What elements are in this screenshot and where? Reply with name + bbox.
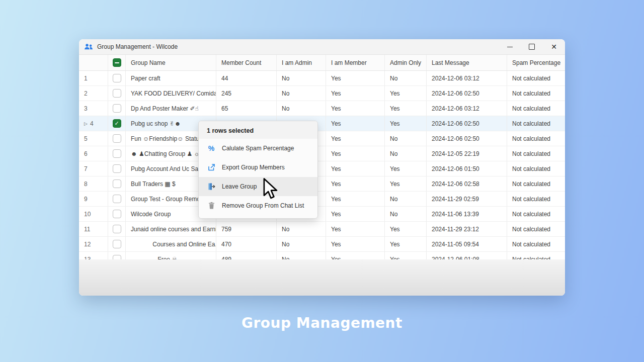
cell-i-am-member: Yes <box>326 101 385 116</box>
header-rownum <box>79 55 108 70</box>
cell-i-am-member: Yes <box>326 161 385 176</box>
table-row[interactable]: ▷4✓Pubg uc shop ✌☻107NoYesYes2024-12-06 … <box>79 116 565 131</box>
cell-i-am-member: Yes <box>326 176 385 191</box>
cell-last-message: 2024-12-06 03:12 <box>427 101 507 116</box>
header-i-am-member[interactable]: I am Member <box>326 55 385 70</box>
cell-last-message: 2024-12-06 02:58 <box>427 176 507 191</box>
row-checkbox[interactable] <box>113 89 121 98</box>
titlebar[interactable]: Group Management - Wilcode ✕ <box>79 39 565 55</box>
cell-admin-only: No <box>385 71 427 85</box>
table-row[interactable]: 10Wilcode GroupYesNo2024-11-06 13:39Not … <box>79 207 565 222</box>
menu-item-export-members[interactable]: Export Group Members <box>199 158 317 177</box>
table-row[interactable]: 1Paper craft44NoYesNo2024-12-06 03:12Not… <box>79 71 565 86</box>
header-last-message[interactable]: Last Message <box>427 55 507 70</box>
cell-admin-only: Yes <box>385 161 427 176</box>
cell-last-message: 2024-11-05 09:54 <box>427 237 507 251</box>
close-button[interactable]: ✕ <box>543 39 565 54</box>
row-checkbox[interactable] <box>113 210 121 218</box>
group-people-icon <box>84 43 93 50</box>
context-menu-header: 1 rows selected <box>199 121 317 139</box>
cell-i-am-admin: No <box>277 237 326 251</box>
table-row[interactable]: 5Fun ☺Friendship☺ Status ☹YesNo2024-12-0… <box>79 131 565 146</box>
cell-last-message: 2024-11-29 23:12 <box>427 222 507 236</box>
table-row[interactable]: 2YAK FOOD DELIVERY/ Comida ja...245NoYes… <box>79 86 565 101</box>
cell-group-name: Courses and Online Ea... <box>126 237 216 251</box>
table-row[interactable]: 8Bull Traders ▦ $YesYes2024-12-06 02:58N… <box>79 176 565 192</box>
window-title: Group Management - Wilcode <box>97 43 178 50</box>
cell-i-am-member: Yes <box>326 146 385 161</box>
cell-last-message: 2024-12-06 02:50 <box>427 131 507 146</box>
header-admin-only[interactable]: Admin Only <box>385 55 427 70</box>
menu-item-label: Calulate Spam Percentage <box>222 145 294 152</box>
cell-member-count: 65 <box>216 101 277 116</box>
cell-group-name: Paper craft <box>126 71 216 85</box>
table-row[interactable]: 7Pubg Account And Uc SalerYesYes2024-12-… <box>79 161 565 176</box>
cell-last-message: 2024-11-06 13:39 <box>427 207 507 221</box>
cell-last-message: 2024-12-06 03:12 <box>427 71 507 85</box>
row-checkbox[interactable] <box>113 195 121 203</box>
row-checkbox[interactable]: ✓ <box>113 119 121 128</box>
cell-spam-percentage: Not calculated <box>507 71 565 85</box>
row-checkbox[interactable] <box>113 74 121 82</box>
cell-admin-only: No <box>385 146 427 161</box>
row-checkbox[interactable] <box>113 134 121 143</box>
cell-i-am-member: Yes <box>326 131 385 146</box>
context-menu: 1 rows selected % Calulate Spam Percenta… <box>198 121 318 219</box>
row-checkbox-cell <box>108 71 126 85</box>
cell-member-count: 245 <box>216 86 277 101</box>
table-row[interactable]: 12 Courses and Online Ea...470NoYesYes20… <box>79 237 565 252</box>
row-checkbox-cell <box>108 222 126 236</box>
row-checkbox[interactable] <box>113 104 121 113</box>
row-number-cell: 7 <box>79 161 108 176</box>
cell-spam-percentage: Not calculated <box>507 161 565 176</box>
cell-i-am-member: Yes <box>326 222 385 236</box>
menu-item-remove-group[interactable]: Remove Group From Chat List <box>199 196 317 215</box>
row-checkbox-cell <box>108 161 126 176</box>
menu-item-leave-group[interactable]: Leave Group <box>199 177 317 196</box>
row-checkbox[interactable] <box>113 149 121 158</box>
table-row[interactable]: 9Group Test - Group RemoverYesNo2024-11-… <box>79 192 565 207</box>
cell-admin-only: Yes <box>385 116 427 131</box>
header-i-am-admin[interactable]: I am Admin <box>277 55 326 70</box>
cell-admin-only: Yes <box>385 176 427 191</box>
window-controls: ✕ <box>499 39 565 54</box>
cell-admin-only: Yes <box>385 222 427 236</box>
cell-i-am-member: Yes <box>326 192 385 206</box>
cell-i-am-admin: No <box>277 222 326 236</box>
cell-last-message: 2024-12-06 02:50 <box>427 86 507 101</box>
row-checkbox[interactable] <box>113 164 121 173</box>
row-number-cell: ▷4 <box>79 116 108 131</box>
cell-i-am-member: Yes <box>326 207 385 221</box>
row-checkbox-cell <box>108 131 126 146</box>
row-checkbox[interactable] <box>113 179 121 188</box>
header-member-count[interactable]: Member Count <box>216 55 277 70</box>
select-all-checkbox[interactable] <box>113 58 121 67</box>
minimize-button[interactable] <box>499 39 521 54</box>
row-checkbox[interactable] <box>113 240 121 248</box>
app-window: Group Management - Wilcode ✕ Group Name … <box>79 39 565 296</box>
cell-group-name: Junaid online courses and Earni... <box>126 222 216 236</box>
maximize-button[interactable] <box>521 39 543 54</box>
menu-item-label: Remove Group From Chat List <box>222 202 304 209</box>
table-row[interactable]: 6☻ ♟Chatting Group ♟ ☼ ☻YesNo2024-12-05 … <box>79 146 565 161</box>
export-icon <box>207 163 216 172</box>
cell-i-am-member: Yes <box>326 116 385 131</box>
cell-i-am-member: Yes <box>326 237 385 251</box>
header-spam-percentage[interactable]: Spam Percentage <box>507 55 565 70</box>
row-number-cell: 10 <box>79 207 108 221</box>
row-checkbox[interactable] <box>113 225 121 233</box>
row-number-cell: 1 <box>79 71 108 85</box>
cell-i-am-member: Yes <box>326 71 385 85</box>
menu-item-calculate-spam[interactable]: % Calulate Spam Percentage <box>199 139 317 158</box>
table-row[interactable]: 11Junaid online courses and Earni...759N… <box>79 222 565 237</box>
minimize-icon <box>507 47 513 47</box>
menu-item-label: Export Group Members <box>222 164 285 171</box>
row-number-cell: 8 <box>79 176 108 191</box>
cell-admin-only: No <box>385 207 427 221</box>
table-row[interactable]: 3Dp And Poster Maker ✐☝65NoYesYes2024-12… <box>79 101 565 116</box>
maximize-icon <box>529 44 535 50</box>
percent-icon: % <box>207 144 216 153</box>
window-empty-area <box>79 259 565 296</box>
cell-spam-percentage: Not calculated <box>507 101 565 116</box>
header-group-name[interactable]: Group Name <box>126 55 216 70</box>
